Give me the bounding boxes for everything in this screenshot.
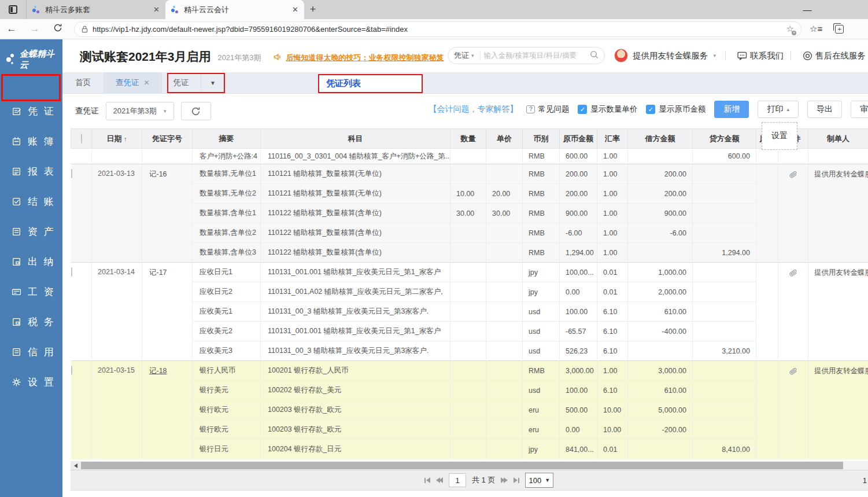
sidebar-item-payroll[interactable]: 工 资 xyxy=(0,277,62,307)
entry-account: 100203 银行存款_欧元 xyxy=(261,420,450,440)
table-row[interactable]: 2021-03-13记-16数量核算,无单位1110121 辅助核算_数量核算(… xyxy=(71,164,868,184)
contact-us[interactable]: 联系我们 xyxy=(737,50,784,61)
sidebar-item-report[interactable]: 报 表 xyxy=(0,156,62,186)
row-checkbox-cell[interactable] xyxy=(71,263,92,361)
new-tab-button[interactable]: + xyxy=(304,0,322,19)
search-input[interactable] xyxy=(484,51,590,60)
entry-debit xyxy=(628,149,693,164)
horizontal-scrollbar[interactable] xyxy=(71,461,868,470)
column-header[interactable]: 数量 xyxy=(450,129,486,149)
attachment-cell xyxy=(778,149,808,164)
entry-debit: 3,000.00 xyxy=(628,361,693,381)
sidebar-item-ledger[interactable]: 账 簿 xyxy=(0,126,62,156)
entry-exchange-rate: 0.01 xyxy=(597,263,628,282)
notice-link[interactable]: 后悔知道得太晚的技巧：业务权限控制独家秘笈 xyxy=(286,53,444,63)
row-checkbox-cell[interactable] xyxy=(71,164,92,263)
column-header[interactable]: 日期 ↑ xyxy=(92,129,142,149)
row-checkbox[interactable] xyxy=(71,267,72,277)
service-menu[interactable]: 提供用友转金蝶服务 ▾ xyxy=(633,50,718,61)
table-row[interactable]: 2021-03-15记-18银行人民币100201 银行存款_人民币RMB3,0… xyxy=(71,361,868,381)
tab-home[interactable]: 首页 xyxy=(62,72,104,93)
first-page-icon[interactable] xyxy=(424,477,430,483)
after-sales-service[interactable]: 售后在线服务 xyxy=(803,50,866,61)
close-tab-icon[interactable]: ✕ xyxy=(292,5,298,14)
entry-summary: 数量核算,含单位3 xyxy=(193,243,261,263)
column-header[interactable]: 科目 xyxy=(261,129,450,149)
print-menu-settings[interactable]: 设置 xyxy=(762,122,797,150)
entry-credit: 1,294.00 xyxy=(693,243,756,263)
column-header[interactable]: 贷方金额 xyxy=(693,129,756,149)
url-field[interactable]: https://vip1-hz.jdy.com/default-newer.js… xyxy=(74,21,801,37)
search-scope-select[interactable]: 凭证 xyxy=(454,50,469,61)
audit-button[interactable]: 审核 xyxy=(851,101,868,118)
print-button[interactable]: 打印 ▴ xyxy=(758,101,799,118)
search-icon[interactable] xyxy=(590,50,599,61)
window-minimize-button[interactable]: — xyxy=(796,0,819,19)
column-header[interactable]: 币别 xyxy=(523,129,560,149)
tab-view-voucher[interactable]: 查凭证 ✕ xyxy=(104,72,162,93)
scroll-left-button[interactable] xyxy=(71,461,80,470)
attachment-cell[interactable] xyxy=(778,263,808,361)
column-header[interactable]: 借方金额 xyxy=(628,129,693,149)
row-checkbox-cell[interactable] xyxy=(71,361,92,459)
browser-tab-1[interactable]: 精斗云多账套 ✕ xyxy=(27,0,165,19)
sidebar-item-asset[interactable]: 资 产 xyxy=(0,216,62,246)
browser-tab-2[interactable]: 精斗云云会计 ✕ xyxy=(165,0,304,19)
sidebar-item-cashier[interactable]: 出 纳 xyxy=(0,246,62,277)
column-header[interactable]: 摘要 xyxy=(193,129,261,149)
table-row[interactable]: 2021-03-14记-17应收日元1110131_001.001 辅助核算_应… xyxy=(71,263,868,282)
show-original-checkbox[interactable]: ✓ 显示原币金额 xyxy=(646,104,706,115)
avatar[interactable] xyxy=(614,49,628,62)
favorites-bar-icon[interactable]: ☆≡ xyxy=(810,24,822,34)
sidebar-item-closing[interactable]: 结 账 xyxy=(0,186,62,216)
table-row[interactable]: 客户+消防+公路:4110116_00_3_0301_004 辅助核算_客户+消… xyxy=(71,149,868,164)
qa-link[interactable]: 【会计问题，专家解答】 xyxy=(429,104,518,115)
next-page-icon[interactable] xyxy=(501,477,508,483)
page-size-select[interactable]: 100 ▼ xyxy=(525,473,553,488)
refresh-button[interactable] xyxy=(181,102,211,120)
entry-currency: RMB xyxy=(523,361,560,381)
faq-link[interactable]: ? 常见问题 xyxy=(526,104,569,115)
row-checkbox[interactable] xyxy=(71,169,72,178)
sidebar-item-settings[interactable]: 设 置 xyxy=(0,367,62,397)
tabs-dropdown[interactable]: ▼ xyxy=(201,72,226,93)
column-header[interactable]: 单价 xyxy=(486,129,523,149)
attachment-cell[interactable] xyxy=(778,164,808,263)
column-header[interactable]: 原币金额 xyxy=(560,129,597,149)
tab-search-button[interactable] xyxy=(0,0,27,19)
column-header[interactable]: 制单人 xyxy=(808,129,868,149)
close-tab-icon[interactable]: ✕ xyxy=(153,5,160,14)
voucher-number: 记-17 xyxy=(142,263,193,361)
record-range: 1 - xyxy=(863,476,868,485)
row-checkbox-cell[interactable] xyxy=(71,149,92,164)
period-select[interactable]: 2021年第3期 ▾ xyxy=(106,102,174,120)
collections-icon[interactable]: + xyxy=(835,25,844,34)
show-qty-price-checkbox[interactable]: ✓ 显示数量单价 xyxy=(578,104,637,115)
sidebar-item-tax[interactable]: 税 务 xyxy=(0,307,62,337)
attachment-cell[interactable] xyxy=(778,361,808,459)
last-page-icon[interactable] xyxy=(514,477,519,483)
close-tab-icon[interactable]: ✕ xyxy=(144,79,150,87)
column-header[interactable]: 凭证字号 xyxy=(142,129,193,149)
sidebar-item-voucher[interactable]: 凭 证 xyxy=(0,96,62,126)
voucher-number[interactable]: 记-18 xyxy=(142,361,193,459)
export-button[interactable]: 导出 xyxy=(807,101,842,118)
select-all-checkbox[interactable] xyxy=(71,129,92,149)
tab-voucher[interactable]: 凭证 xyxy=(162,72,201,93)
payroll-icon xyxy=(12,287,21,297)
row-checkbox[interactable] xyxy=(71,366,72,375)
sidebar-item-credit[interactable]: 信 用 xyxy=(0,337,62,367)
column-header[interactable]: 汇率 xyxy=(597,129,628,149)
entry-exchange-rate: 1.00 xyxy=(597,164,628,184)
add-voucher-button[interactable]: 新增 xyxy=(714,101,749,118)
entry-credit xyxy=(693,184,756,204)
sidebar-item-label: 凭 证 xyxy=(28,105,56,118)
reload-icon[interactable] xyxy=(46,23,69,35)
add-favorite-icon[interactable]: ☆+ xyxy=(786,24,794,34)
page-number-input[interactable] xyxy=(449,473,466,487)
voucher-maker: 提供用友转金蝶服务 xyxy=(808,263,868,361)
prev-page-icon[interactable] xyxy=(436,477,443,483)
entry-price xyxy=(486,302,523,322)
scrollbar-thumb[interactable] xyxy=(81,462,843,469)
back-icon[interactable]: ← xyxy=(0,23,23,35)
